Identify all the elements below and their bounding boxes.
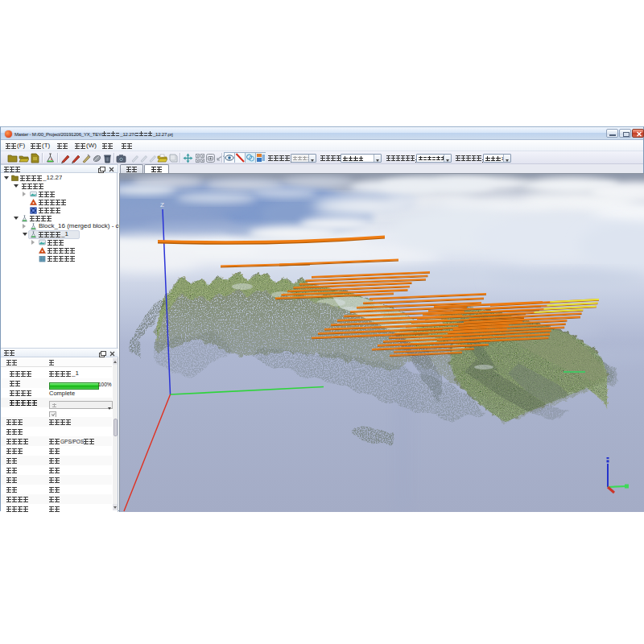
svg-text:Z: Z (160, 201, 164, 208)
